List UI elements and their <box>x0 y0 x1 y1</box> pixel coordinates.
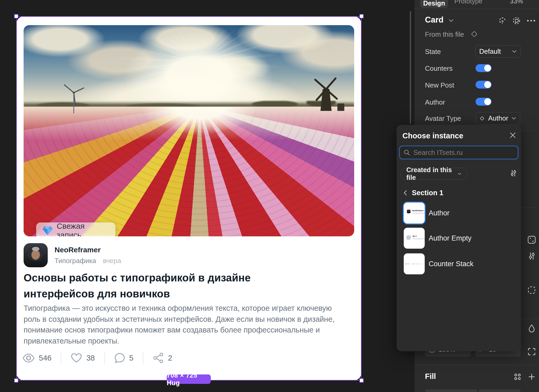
component-diamond-icon <box>470 30 478 38</box>
shares-stat: 2 <box>153 352 172 363</box>
avatar-type-dropdown[interactable]: Author <box>475 112 520 124</box>
eye-icon <box>23 353 35 363</box>
author-toggle[interactable] <box>476 98 492 106</box>
mini-author-name: Mr X <box>413 235 417 237</box>
instance-thumb-author[interactable]: NeoReframer Типографика вчера <box>404 203 425 224</box>
mini-author-name: NeoReframer <box>412 210 424 211</box>
chevron-down-icon[interactable] <box>449 19 454 22</box>
mini-avatar <box>407 210 411 213</box>
close-icon[interactable] <box>509 132 516 139</box>
counters-toggle[interactable] <box>476 64 492 72</box>
section-divider <box>414 365 539 365</box>
fill-section-title: Fill <box>425 372 436 381</box>
wind-turbine-icon <box>61 80 87 114</box>
dashed-frame-icon[interactable] <box>527 286 536 295</box>
choose-instance-popup: Choose instance Created in this file Sec… <box>397 125 521 351</box>
new-post-toggle[interactable] <box>476 81 492 89</box>
stats-divider <box>104 352 105 364</box>
canvas-scrollbar[interactable] <box>410 11 411 124</box>
windmill-icon <box>306 72 346 112</box>
instance-label: Author <box>429 203 450 224</box>
fresh-post-badge-label: Свежая запись <box>57 222 109 236</box>
instance-thumb-author-empty[interactable]: Mr X Типографика вчера <box>404 228 425 249</box>
avatar-type-value: Author <box>488 114 508 122</box>
component-source-label: From this file <box>425 30 464 39</box>
share-icon <box>153 352 164 363</box>
popup-title: Choose instance <box>402 132 463 140</box>
comments-count: 5 <box>129 354 133 362</box>
mini-avatar-placeholder <box>406 235 411 240</box>
mini-author-meta: Типографика вчера <box>412 212 425 214</box>
author-avatar <box>24 243 48 267</box>
state-dropdown[interactable]: Default <box>475 45 521 58</box>
zoom-level[interactable]: 33% <box>510 0 523 5</box>
state-label: State <box>425 48 441 56</box>
component-props-icon[interactable] <box>527 235 536 244</box>
fill-color-field[interactable] <box>425 389 477 392</box>
adjust-sliders-icon[interactable] <box>527 252 536 260</box>
post-stats-row: 546 38 5 <box>23 350 172 366</box>
instance-diamond-icon <box>479 116 485 121</box>
selection-handle-bottom-left[interactable] <box>14 378 18 383</box>
selection-handle-top-left[interactable] <box>14 14 18 18</box>
instance-item-author-empty[interactable]: Mr X Типографика вчера Author Empty <box>399 228 518 251</box>
filter-tune-icon[interactable] <box>509 169 517 177</box>
section-title: Section 1 <box>412 189 443 197</box>
fill-opacity-field[interactable] <box>478 389 521 392</box>
horizon-haze <box>24 107 354 236</box>
search-icon <box>403 149 410 156</box>
toggle-knob <box>484 98 491 105</box>
views-stat: 546 <box>23 353 51 363</box>
instance-item-author[interactable]: NeoReframer Типографика вчера Author <box>399 203 518 226</box>
comment-icon <box>114 353 125 363</box>
instance-thumb-counter-stack[interactable]: ◉ 546 | ♡ 38 | ❍ 5 | ≺ 2 <box>404 253 425 274</box>
author-name: NeoReframer <box>55 246 101 254</box>
mini-author-meta: Типографика вчера <box>413 238 425 239</box>
chevron-left-icon[interactable] <box>403 190 407 196</box>
fill-styles-grid-icon[interactable] <box>513 373 522 381</box>
instance-label: Author Empty <box>429 228 472 249</box>
component-name: Card <box>425 15 444 25</box>
selection-handle-top-right[interactable] <box>359 14 364 18</box>
scope-filter-dropdown[interactable]: Created in this file <box>400 168 467 180</box>
stats-divider <box>143 352 143 364</box>
new-post-label: New Post <box>425 81 454 89</box>
gem-icon <box>42 226 52 235</box>
search-input[interactable] <box>413 149 514 157</box>
more-options-icon[interactable] <box>526 16 536 25</box>
selection-size-badge: 708 × 725 Hug <box>167 374 211 384</box>
tab-design[interactable]: Design <box>420 0 448 8</box>
design-canvas[interactable]: Свежая запись NeoReframer Типографика вч… <box>0 0 414 392</box>
post-time: вчера <box>103 257 121 265</box>
likes-count: 38 <box>86 354 95 362</box>
toggle-knob <box>484 65 491 72</box>
mini-counters: ◉ 546 | ♡ 38 | ❍ 5 | ≺ 2 <box>405 263 424 265</box>
toggle-knob <box>484 81 491 88</box>
stats-divider <box>61 352 61 364</box>
heart-icon <box>71 353 82 363</box>
shares-count: 2 <box>168 354 172 362</box>
state-value: Default <box>479 47 501 56</box>
swap-instance-icon[interactable] <box>512 16 521 25</box>
selection-handle-bottom-right[interactable] <box>359 378 364 383</box>
detach-instance-icon[interactable]: ? <box>498 16 507 25</box>
instance-label: Counter Stack <box>429 253 473 274</box>
views-count: 546 <box>39 354 51 362</box>
instance-search-box[interactable] <box>399 146 518 159</box>
mask-brackets-icon[interactable] <box>527 347 536 356</box>
tab-prototype[interactable]: Prototype <box>454 0 482 5</box>
svg-text:?: ? <box>501 20 504 24</box>
fresh-post-badge: Свежая запись <box>36 222 115 236</box>
scope-filter-value: Created in this file <box>406 166 454 181</box>
post-title: Основы работы с типографикой в дизайне и… <box>24 270 291 302</box>
blend-drop-icon[interactable] <box>527 324 536 333</box>
chevron-down-icon <box>511 117 516 120</box>
instance-item-counter-stack[interactable]: ◉ 546 | ♡ 38 | ❍ 5 | ≺ 2 Counter Stack <box>399 253 518 276</box>
add-fill-icon[interactable] <box>527 373 536 381</box>
chevron-down-icon <box>512 50 517 53</box>
author-category: Типографика <box>55 257 96 265</box>
card-cover-image: Свежая запись <box>24 25 354 236</box>
chevron-down-icon <box>458 172 461 175</box>
card-frame[interactable]: Свежая запись NeoReframer Типографика вч… <box>16 16 362 380</box>
avatar-type-label: Avatar Type <box>425 115 461 123</box>
